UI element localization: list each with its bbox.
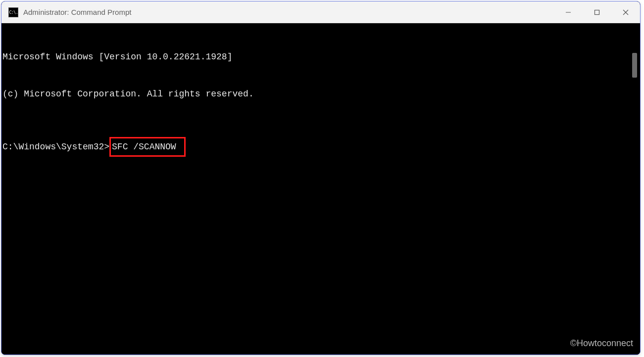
minimize-icon xyxy=(565,9,571,15)
window-title: Administrator: Command Prompt xyxy=(23,8,131,16)
prompt-row: C:\Windows\System32>SFC /SCANNOW xyxy=(2,137,640,157)
watermark-text: ©Howtoconnect xyxy=(570,337,633,350)
close-button[interactable] xyxy=(611,1,640,23)
close-icon xyxy=(623,9,629,15)
prompt-path: C:\Windows\System32> xyxy=(2,141,109,153)
minimize-button[interactable] xyxy=(554,1,583,23)
maximize-button[interactable] xyxy=(583,1,611,23)
cmd-app-icon: C:\. xyxy=(8,7,18,17)
typed-command: SFC /SCANNOW xyxy=(112,141,176,153)
maximize-icon xyxy=(594,9,600,15)
titlebar[interactable]: C:\. Administrator: Command Prompt xyxy=(1,1,640,23)
version-line: Microsoft Windows [Version 10.0.22621.19… xyxy=(2,51,640,63)
command-highlight-box: SFC /SCANNOW xyxy=(109,137,186,157)
terminal-area[interactable]: Microsoft Windows [Version 10.0.22621.19… xyxy=(1,23,640,355)
vertical-scrollbar-thumb[interactable] xyxy=(632,53,637,78)
svg-rect-1 xyxy=(595,10,599,14)
copyright-line: (c) Microsoft Corporation. All rights re… xyxy=(2,88,640,100)
window-controls xyxy=(554,1,640,23)
cmd-app-icon-glyph: C:\. xyxy=(9,10,18,15)
command-prompt-window: C:\. Administrator: Command Prompt Micro… xyxy=(1,1,641,355)
